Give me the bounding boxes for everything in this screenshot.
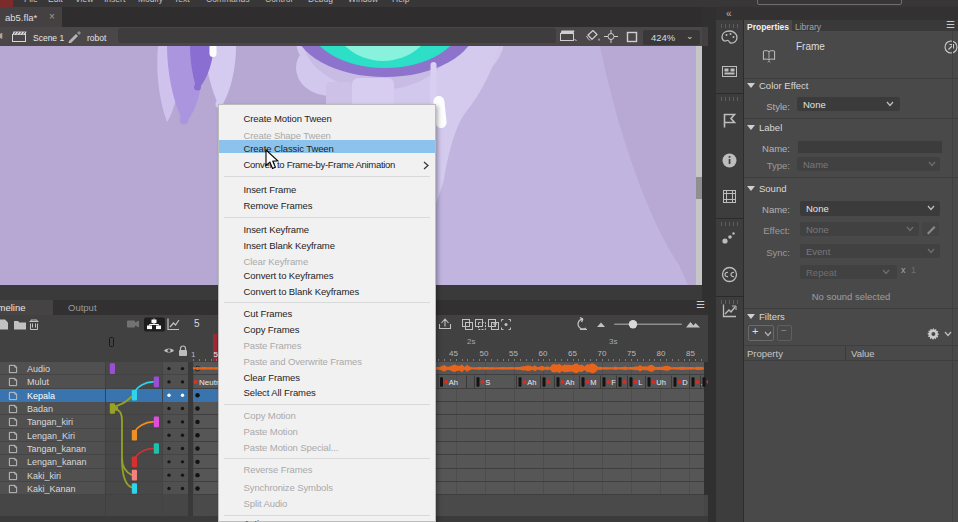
svg-text:Uh: Uh	[656, 378, 666, 387]
svg-text:L: L	[638, 378, 642, 387]
svg-text:Ah: Ah	[527, 378, 536, 387]
svg-text:F: F	[611, 378, 616, 387]
svg-text:D: D	[682, 378, 688, 387]
svg-text:Ah: Ah	[565, 378, 574, 387]
svg-text:M: M	[590, 378, 596, 387]
svg-text:Ah: Ah	[449, 378, 458, 387]
svg-text:S: S	[485, 378, 490, 387]
